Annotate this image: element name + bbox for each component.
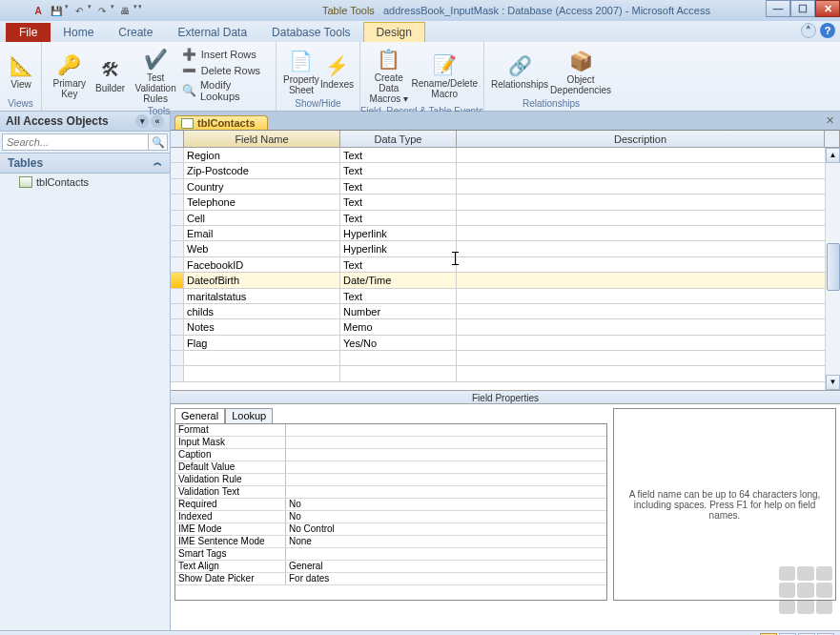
- help-icon[interactable]: ?: [820, 23, 835, 38]
- file-tab[interactable]: File: [6, 23, 51, 42]
- fp-tab-general[interactable]: General: [174, 408, 225, 423]
- redo-icon[interactable]: ↷: [94, 3, 110, 18]
- table-row[interactable]: TelephoneText: [171, 195, 840, 210]
- scroll-up-icon[interactable]: ▲: [826, 148, 840, 163]
- create-tab[interactable]: Create: [106, 23, 165, 42]
- property-row[interactable]: Validation Rule: [175, 474, 606, 486]
- view-button[interactable]: 📐View: [6, 51, 36, 90]
- document-tab-tblcontacts[interactable]: tblContacts: [174, 115, 268, 130]
- property-row[interactable]: Format: [175, 424, 606, 437]
- minimize-button[interactable]: —: [766, 0, 790, 17]
- table-row[interactable]: childsNumber: [171, 304, 840, 319]
- property-value[interactable]: None: [286, 536, 606, 547]
- fp-tab-lookup[interactable]: Lookup: [225, 408, 273, 423]
- design-tab[interactable]: Design: [363, 22, 425, 42]
- cell-field-name[interactable]: Flag: [184, 336, 340, 350]
- builder-button[interactable]: 🛠Builder: [92, 54, 130, 93]
- cell-field-name[interactable]: DateofBirth: [184, 273, 340, 287]
- cell-data-type[interactable]: [340, 366, 457, 380]
- cell-description[interactable]: [457, 179, 840, 194]
- cell-field-name[interactable]: Web: [184, 241, 340, 256]
- property-row[interactable]: Input Mask: [175, 437, 606, 449]
- row-selector[interactable]: [171, 163, 184, 177]
- row-selector[interactable]: [171, 148, 184, 162]
- rename-delete-macro-button[interactable]: 📝Rename/Delete Macro: [412, 50, 478, 99]
- indexes-button[interactable]: ⚡Indexes: [320, 51, 354, 90]
- cell-description[interactable]: [457, 366, 840, 380]
- table-row[interactable]: FacebookIDText: [171, 257, 840, 273]
- search-icon[interactable]: 🔍: [149, 133, 168, 151]
- cell-data-type[interactable]: Date/Time: [340, 273, 457, 287]
- nav-item-tblcontacts[interactable]: tblContacts: [0, 174, 170, 191]
- property-row[interactable]: IME ModeNo Control: [175, 523, 606, 536]
- property-value[interactable]: [286, 548, 606, 560]
- nav-group-tables[interactable]: Tables︽: [0, 153, 170, 174]
- save-icon[interactable]: 💾: [49, 3, 64, 18]
- cell-data-type[interactable]: [340, 351, 457, 365]
- table-row[interactable]: FlagYes/No: [171, 336, 840, 351]
- cell-description[interactable]: [457, 211, 840, 225]
- property-row[interactable]: RequiredNo: [175, 499, 606, 511]
- property-row[interactable]: Show Date PickerFor dates: [175, 573, 606, 585]
- property-value[interactable]: [286, 474, 606, 485]
- undo-icon[interactable]: ↶: [72, 3, 87, 18]
- external-data-tab[interactable]: External Data: [165, 23, 259, 42]
- test-validation-button[interactable]: ✔️Test Validation Rules: [130, 44, 182, 104]
- insert-rows-button[interactable]: ➕Insert Rows: [182, 47, 270, 62]
- cell-data-type[interactable]: Text: [340, 211, 457, 225]
- property-value[interactable]: No: [286, 499, 606, 510]
- property-sheet-button[interactable]: 📄Property Sheet: [282, 46, 320, 95]
- cell-field-name[interactable]: Email: [184, 226, 340, 240]
- table-row[interactable]: RegionText: [171, 148, 840, 163]
- cell-field-name[interactable]: [184, 351, 340, 365]
- col-header-data-type[interactable]: Data Type: [340, 131, 457, 147]
- property-value[interactable]: [286, 461, 606, 473]
- property-value[interactable]: [286, 437, 606, 448]
- row-selector[interactable]: [171, 351, 184, 365]
- row-selector[interactable]: [171, 304, 184, 318]
- scroll-down-icon[interactable]: ▼: [826, 375, 840, 390]
- property-row[interactable]: Caption: [175, 449, 606, 461]
- col-header-field-name[interactable]: Field Name: [184, 131, 340, 147]
- property-row[interactable]: Validation Text: [175, 486, 606, 499]
- minimize-ribbon-icon[interactable]: ˄: [801, 23, 816, 38]
- cell-description[interactable]: [457, 273, 840, 287]
- table-row[interactable]: DateofBirthDate/Time: [171, 273, 840, 288]
- property-row[interactable]: Smart Tags: [175, 548, 606, 561]
- cell-data-type[interactable]: Yes/No: [340, 336, 457, 350]
- row-selector[interactable]: [171, 319, 184, 334]
- cell-description[interactable]: [457, 226, 840, 240]
- table-row[interactable]: CountryText: [171, 179, 840, 195]
- cell-field-name[interactable]: [184, 366, 340, 380]
- row-selector-header[interactable]: [171, 131, 184, 147]
- cell-data-type[interactable]: Text: [340, 257, 457, 272]
- row-selector[interactable]: [171, 226, 184, 240]
- cell-description[interactable]: [457, 148, 840, 162]
- row-selector[interactable]: [171, 289, 184, 303]
- cell-data-type[interactable]: Hyperlink: [340, 226, 457, 240]
- row-selector[interactable]: [171, 241, 184, 256]
- property-value[interactable]: [286, 424, 606, 436]
- row-selector[interactable]: [171, 179, 184, 194]
- cell-description[interactable]: [457, 289, 840, 303]
- database-tools-tab[interactable]: Database Tools: [259, 23, 363, 42]
- cell-data-type[interactable]: Text: [340, 148, 457, 162]
- cell-description[interactable]: [457, 336, 840, 350]
- modify-lookups-button[interactable]: 🔍Modify Lookups: [182, 79, 270, 102]
- table-row[interactable]: Zip-PostcodeText: [171, 163, 840, 178]
- property-row[interactable]: Default Value: [175, 461, 606, 474]
- row-selector[interactable]: [171, 366, 184, 380]
- property-value[interactable]: [286, 486, 606, 498]
- cell-data-type[interactable]: Text: [340, 289, 457, 303]
- maximize-button[interactable]: ☐: [790, 0, 815, 17]
- close-button[interactable]: ✕: [815, 0, 840, 17]
- row-selector[interactable]: [171, 336, 184, 350]
- col-header-description[interactable]: Description: [457, 131, 825, 147]
- cell-description[interactable]: [457, 319, 840, 334]
- primary-key-button[interactable]: 🔑Primary Key: [48, 50, 92, 99]
- table-row[interactable]: EmailHyperlink: [171, 226, 840, 241]
- create-data-macros-button[interactable]: 📋Create Data Macros ▾: [366, 44, 412, 104]
- cell-data-type[interactable]: Memo: [340, 319, 457, 334]
- property-value[interactable]: For dates: [286, 573, 606, 584]
- qat-customize-icon[interactable]: ▾: [138, 3, 142, 18]
